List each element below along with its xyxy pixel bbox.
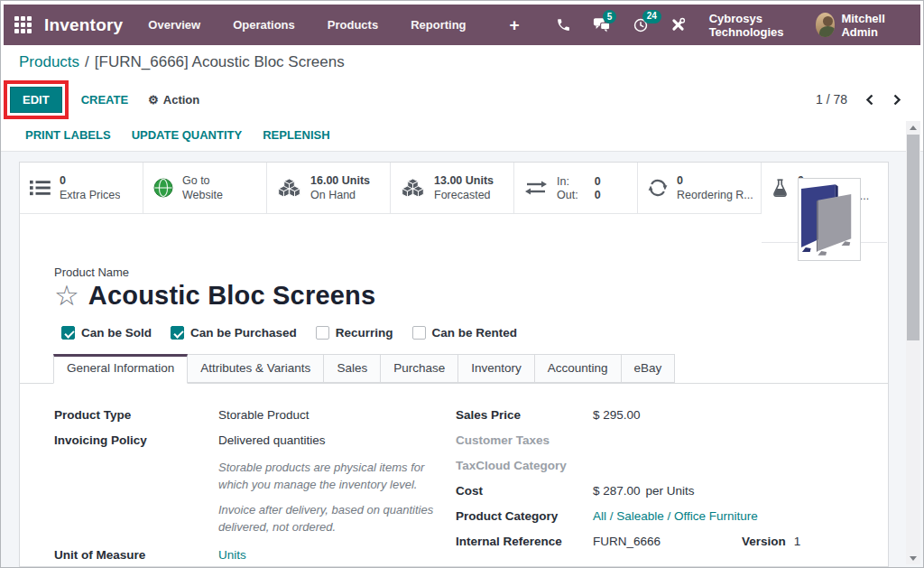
refresh-icon: [648, 178, 668, 198]
action-button[interactable]: ⚙ Action: [148, 93, 199, 107]
pager-next-icon[interactable]: [892, 94, 901, 106]
pager-value: 1 / 78: [816, 92, 847, 107]
can-be-rented-checkbox[interactable]: Can be Rented: [412, 326, 518, 340]
checkbox-icon: [412, 326, 426, 340]
form-view-area: 0Extra Prices Go toWebsite 16.00 UnitsOn…: [1, 152, 923, 567]
app-name[interactable]: Inventory: [44, 15, 123, 35]
cost-uom-suffix: per Units: [646, 484, 695, 498]
in-out-button[interactable]: In:0 Out:0: [514, 163, 638, 214]
status-button-row: PRINT LABELS UPDATE QUANTITY REPLENISH: [1, 119, 923, 152]
plus-icon[interactable]: +: [510, 15, 520, 35]
replenish-button[interactable]: REPLENISH: [263, 128, 329, 142]
tab-general-information[interactable]: General Information: [53, 354, 188, 384]
product-category-value[interactable]: All / Saleable / Office Furniture: [593, 509, 758, 523]
product-category-row: Product Category All / Saleable / Office…: [456, 505, 854, 530]
taxcloud-category-row: TaxCloud Category: [456, 454, 854, 480]
main-menu: Overview Operations Products Reporting: [148, 11, 498, 39]
vertical-scrollbar: [906, 121, 920, 564]
activities-badge: 24: [642, 10, 661, 23]
recurring-checkbox[interactable]: Recurring: [316, 326, 393, 340]
edit-button[interactable]: EDIT: [10, 87, 62, 113]
checkbox-icon: [171, 326, 184, 340]
company-switcher[interactable]: Cybrosys Technologies: [709, 12, 816, 39]
product-form-card: 0Extra Prices Go toWebsite 16.00 UnitsOn…: [19, 162, 889, 567]
product-name-label: Product Name: [54, 265, 888, 279]
menu-reporting[interactable]: Reporting: [411, 11, 466, 39]
product-image: [798, 178, 861, 261]
version-label: Version: [742, 535, 786, 548]
go-to-website-button[interactable]: Go toWebsite: [143, 163, 267, 214]
list-icon: [30, 179, 51, 197]
transfer-arrows-icon: [524, 179, 548, 197]
smart-button-box: 0Extra Prices Go toWebsite 16.00 UnitsOn…: [20, 163, 888, 243]
apps-grid-icon[interactable]: [14, 16, 32, 34]
menu-operations[interactable]: Operations: [233, 11, 295, 39]
user-menu[interactable]: Mitchell Admin: [816, 12, 908, 39]
extra-prices-button[interactable]: 0Extra Prices: [20, 163, 143, 214]
breadcrumb: Products / [FURN_6666] Acoustic Bloc Scr…: [1, 45, 923, 79]
tools-icon[interactable]: [670, 17, 686, 33]
general-information-panel: Product Type Storable Product Invoicing …: [20, 384, 888, 568]
user-avatar[interactable]: [816, 13, 836, 37]
tab-attributes-variants[interactable]: Attributes & Variants: [188, 354, 324, 383]
tab-sales[interactable]: Sales: [324, 354, 381, 383]
can-be-purchased-checkbox[interactable]: Can be Purchased: [171, 326, 297, 340]
breadcrumb-products-link[interactable]: Products: [19, 53, 79, 71]
version-value: 1: [794, 535, 801, 548]
scroll-down-icon[interactable]: [906, 552, 920, 564]
tab-ebay[interactable]: eBay: [622, 354, 676, 383]
checkbox-icon: [61, 326, 75, 340]
phone-icon[interactable]: [556, 17, 571, 33]
cost-row: Cost $ 287.00 per Units: [456, 480, 854, 505]
unit-of-measure-value[interactable]: Units: [218, 548, 246, 562]
pager: 1 / 78: [816, 92, 901, 107]
tab-purchase[interactable]: Purchase: [381, 354, 458, 383]
invoicing-policy-row: Invoicing Policy Delivered quantities: [54, 429, 456, 454]
cubes-icon: [401, 178, 425, 199]
flask-icon: [772, 179, 789, 198]
cubes-icon: [277, 178, 301, 199]
customer-taxes-row: Customer Taxes: [456, 429, 854, 454]
menu-overview[interactable]: Overview: [148, 11, 200, 39]
reordering-rules-button[interactable]: 0Reordering R...: [638, 163, 762, 214]
product-flags: Can be Sold Can be Purchased Recurring C…: [61, 326, 888, 340]
field-help-text: Storable products are physical items for…: [218, 454, 437, 535]
product-type-row: Product Type Storable Product: [54, 404, 456, 429]
tab-accounting[interactable]: Accounting: [535, 354, 622, 383]
internal-reference-value: FURN_6666: [593, 535, 742, 548]
favorite-star-icon[interactable]: ☆: [54, 282, 79, 310]
menu-products[interactable]: Products: [328, 11, 378, 39]
forecasted-button[interactable]: 13.00 UnitsForecasted: [391, 163, 514, 214]
tab-inventory[interactable]: Inventory: [458, 354, 535, 383]
product-title: Acoustic Bloc Screens: [88, 281, 376, 311]
product-type-value: Storable Product: [218, 408, 310, 422]
messages-icon[interactable]: 5: [593, 17, 611, 33]
unit-of-measure-row: Unit of Measure Units: [54, 544, 456, 568]
update-quantity-button[interactable]: UPDATE QUANTITY: [132, 128, 243, 142]
scrollbar-thumb[interactable]: [907, 135, 919, 340]
activities-clock-icon[interactable]: 24: [633, 17, 649, 33]
annotation-highlight-box: EDIT: [4, 80, 69, 119]
control-panel: EDIT CREATE ⚙ Action 1 / 78: [1, 79, 923, 119]
breadcrumb-separator: /: [85, 53, 89, 71]
on-hand-button[interactable]: 16.00 UnitsOn Hand: [267, 163, 391, 214]
can-be-sold-checkbox[interactable]: Can be Sold: [61, 326, 152, 340]
scroll-up-icon[interactable]: [906, 121, 920, 134]
pager-previous-icon[interactable]: [865, 94, 874, 106]
cost-value: $ 287.00: [593, 484, 641, 498]
top-navbar: Inventory Overview Operations Products R…: [4, 5, 920, 45]
sales-price-row: Sales Price $ 295.00: [456, 404, 854, 429]
product-header: Product Name ☆ Acoustic Bloc Screens Can…: [20, 243, 888, 340]
sales-price-value: $ 295.00: [593, 408, 641, 422]
globe-icon: [153, 178, 173, 198]
internal-reference-row: Internal Reference FURN_6666 Version 1: [456, 530, 854, 555]
checkbox-icon: [316, 326, 329, 340]
gear-icon: ⚙: [148, 93, 159, 107]
create-button[interactable]: CREATE: [81, 93, 128, 107]
user-name: Mitchell Admin: [841, 12, 908, 39]
print-labels-button[interactable]: PRINT LABELS: [25, 128, 111, 142]
invoicing-policy-value: Delivered quantities: [218, 433, 326, 447]
messages-badge: 5: [603, 10, 617, 23]
notebook-tabs: General Information Attributes & Variant…: [20, 354, 888, 384]
breadcrumb-current: [FURN_6666] Acoustic Bloc Screens: [95, 53, 345, 71]
